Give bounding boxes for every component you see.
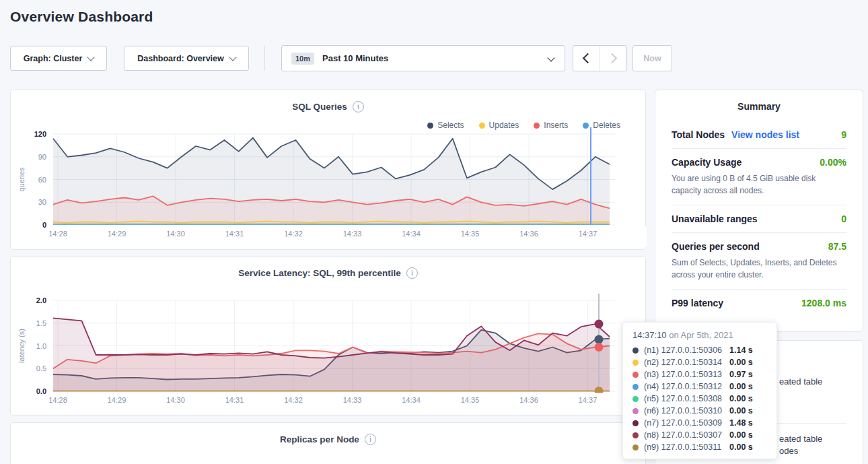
baseline-mask — [11, 227, 647, 248]
view-nodes-list-link[interactable]: View nodes list — [731, 129, 799, 140]
x-tick-label: 14:33 — [343, 396, 362, 404]
x-tick-label: 14:29 — [108, 396, 126, 404]
summary-row-capacity-usage: Capacity Usage 0.00% You are using 0 B o… — [672, 149, 846, 205]
summary-label: Queries per second — [672, 241, 760, 252]
time-range-dropdown[interactable]: 10m Past 10 Minutes — [281, 45, 565, 71]
x-tick-label: 14:36 — [519, 230, 538, 238]
event-item-fragment[interactable]: eated table — [779, 434, 822, 444]
node-color-dot-icon — [632, 384, 639, 390]
info-icon[interactable]: i — [365, 434, 376, 445]
baseline-mask — [11, 393, 647, 414]
tooltip-node-row: (n9) 127.0.0.1:503110.00 s — [632, 441, 767, 453]
node-color-dot-icon — [632, 360, 639, 366]
summary-row-queries-per-second: Queries per second 87.5 Sum of Selects, … — [672, 233, 846, 290]
y-tick-label: 90 — [38, 153, 46, 161]
summary-label: Capacity Usage — [672, 157, 742, 168]
controls-divider — [264, 46, 265, 71]
x-tick-label: 14:32 — [284, 230, 303, 238]
tooltip-node-row: (n4) 127.0.0.1:503120.00 s — [632, 380, 767, 393]
summary-subtext: You are using 0 B of 4.5 GiB usable disk… — [672, 172, 846, 197]
tooltip-node-row: (n6) 127.0.0.1:503100.00 s — [632, 405, 767, 417]
tooltip-node-value: 1.48 s — [729, 418, 753, 428]
dashboard-dropdown-label: Dashboard: Overview — [137, 54, 224, 63]
tooltip-time: 14:37:10 — [632, 330, 667, 340]
hover-marker-dot — [595, 320, 604, 329]
summary-label: P99 latency — [672, 298, 723, 308]
replicas-per-node-title: Replicas per Node i — [11, 434, 645, 445]
info-icon[interactable]: i — [406, 267, 418, 279]
time-arrows — [573, 45, 627, 71]
now-button[interactable]: Now — [632, 45, 672, 71]
tooltip-node-value: 0.00 s — [729, 406, 753, 416]
event-item-fragment[interactable]: odes — [779, 446, 798, 456]
node-color-dot-icon — [632, 372, 639, 378]
tooltip-node-address: (n8) 127.0.0.1:50307 — [644, 430, 729, 440]
y-tick-label: 0.5 — [36, 364, 46, 372]
summary-row-total-nodes: Total Nodes View nodes list 9 — [672, 129, 846, 149]
x-tick-label: 14:33 — [343, 230, 362, 238]
y-tick-label: 1.5 — [36, 319, 46, 327]
tooltip-date: on Apr 5th, 2021 — [667, 330, 733, 340]
page-title: Overview Dashboard — [10, 9, 153, 25]
range-label: Past 10 Minutes — [322, 53, 388, 63]
tooltip-node-address: (n3) 127.0.0.1:50313 — [644, 370, 729, 379]
tooltip-node-value: 0.00 s — [729, 430, 753, 440]
range-badge: 10m — [291, 53, 314, 65]
service-latency-title: Service Latency: SQL, 99th percentile i — [11, 267, 645, 279]
summary-value: 9 — [841, 129, 846, 140]
x-tick-label: 14:32 — [284, 396, 303, 404]
dashboard-dropdown[interactable]: Dashboard: Overview — [124, 46, 249, 71]
tooltip-node-row: (n3) 127.0.0.1:503130.97 s — [632, 368, 767, 380]
sql-queries-card: SQL Queries i SelectsUpdatesInsertsDelet… — [10, 90, 646, 250]
y-tick-label: 120 — [34, 130, 46, 138]
tooltip-node-row: (n7) 127.0.0.1:503091.48 s — [632, 417, 767, 429]
next-range-button[interactable] — [600, 46, 626, 71]
graph-dropdown[interactable]: Graph: Cluster — [10, 46, 107, 71]
summary-label: Total Nodes — [672, 129, 725, 140]
y-tick-label: 30 — [38, 198, 46, 206]
y-tick-label: 0.0 — [36, 387, 46, 395]
chart-title-text: Service Latency: SQL, 99th percentile — [238, 268, 401, 278]
chevron-down-icon — [547, 54, 554, 61]
tooltip-node-value: 0.00 s — [729, 442, 753, 452]
summary-value: 0.00% — [820, 157, 846, 168]
chevron-down-icon — [87, 53, 95, 61]
tooltip-node-value: 0.00 s — [729, 394, 753, 403]
prev-range-button[interactable] — [573, 46, 600, 71]
x-tick-label: 14:28 — [48, 230, 67, 238]
tooltip-node-value: 0.00 s — [729, 382, 753, 391]
service-latency-chart[interactable]: latency (s)14:2814:2914:3014:3114:3214:3… — [11, 294, 647, 413]
tooltip-node-address: (n9) 127.0.0.1:50311 — [644, 442, 729, 452]
summary-row-unavailable-ranges: Unavailable ranges 0 — [672, 205, 846, 233]
event-item-fragment[interactable]: eated table — [779, 376, 822, 387]
tooltip-node-value: 0.97 s — [729, 370, 753, 379]
chart-title-text: SQL Queries — [292, 102, 347, 112]
tooltip-node-list: (n1) 127.0.0.1:503061.14 s(n2) 127.0.0.1… — [632, 344, 767, 453]
summary-value: 0 — [841, 213, 846, 224]
tooltip-node-address: (n6) 127.0.0.1:50310 — [644, 406, 729, 416]
node-color-dot-icon — [632, 420, 639, 426]
info-icon[interactable]: i — [353, 101, 364, 112]
y-axis-label: queries — [17, 167, 26, 192]
summary-subtext: Sum of Selects, Updates, Inserts, and De… — [672, 257, 846, 281]
x-tick-label: 14:35 — [461, 230, 480, 238]
hover-marker-dot — [595, 335, 604, 344]
summary-label: Unavailable ranges — [672, 213, 758, 224]
summary-title: Summary — [672, 101, 846, 112]
node-color-dot-icon — [632, 432, 639, 438]
tooltip-node-address: (n7) 127.0.0.1:50309 — [644, 418, 729, 428]
hover-marker-dot — [595, 343, 604, 352]
x-tick-label: 14:34 — [402, 230, 421, 238]
tooltip-node-value: 1.14 s — [729, 345, 753, 355]
tooltip-node-row: (n8) 127.0.0.1:503070.00 s — [632, 429, 767, 441]
service-latency-card: Service Latency: SQL, 99th percentile i … — [10, 256, 646, 416]
y-axis-label: latency (s) — [17, 329, 26, 363]
x-tick-label: 14:30 — [166, 230, 185, 238]
x-tick-label: 14:36 — [519, 396, 538, 404]
y-tick-label: 0 — [42, 221, 46, 229]
tooltip-timestamp: 14:37:10 on Apr 5th, 2021 — [632, 330, 767, 340]
graph-dropdown-label: Graph: Cluster — [24, 54, 83, 63]
tooltip-node-address: (n1) 127.0.0.1:50306 — [644, 345, 729, 355]
sql-queries-chart[interactable]: queries14:2814:2914:3014:3114:3214:3314:… — [11, 127, 647, 247]
tooltip-node-address: (n5) 127.0.0.1:50308 — [644, 394, 729, 403]
